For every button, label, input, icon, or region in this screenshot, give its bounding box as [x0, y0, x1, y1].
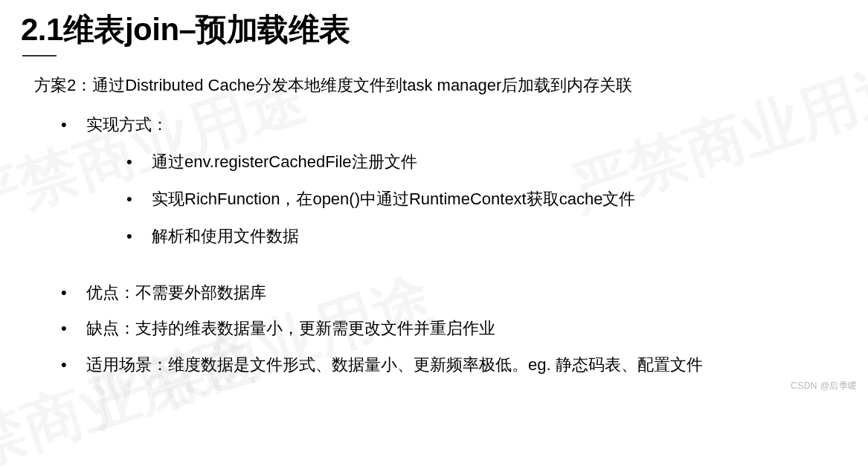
- list-item-pros: 优点：不需要外部数据库: [58, 280, 847, 305]
- list-item: 通过env.registerCachedFile注册文件: [123, 149, 847, 175]
- slide-title: 2.1维表join–预加载维表: [21, 9, 847, 51]
- list-item-scenario: 适用场景：维度数据是文件形式、数据量小、更新频率极低。eg. 静态码表、配置文件: [58, 352, 847, 378]
- bullet-list-secondary: 优点：不需要外部数据库 缺点：支持的维表数据量小，更新需更改文件并重启作业 适用…: [58, 280, 847, 377]
- impl-label: 实现方式：: [86, 115, 168, 134]
- attribution-text: CSDN @后季暖: [791, 380, 858, 392]
- bullet-list: 实现方式： 通过env.registerCachedFile注册文件 实现Ric…: [58, 112, 847, 249]
- list-item-implementation: 实现方式： 通过env.registerCachedFile注册文件 实现Ric…: [58, 112, 847, 249]
- list-item-cons: 缺点：支持的维表数据量小，更新需更改文件并重启作业: [58, 316, 847, 341]
- title-underline: [22, 55, 57, 56]
- list-item: 实现RichFunction，在open()中通过RuntimeContext获…: [123, 187, 847, 212]
- intro-paragraph: 方案2：通过Distributed Cache分发本地维度文件到task man…: [34, 73, 847, 97]
- slide-content: 严禁商业用途 严禁商业用途 严禁商业用途 严禁商业用途 2.1维表join–预加…: [0, 0, 868, 397]
- spacer: [21, 261, 847, 280]
- list-item: 解析和使用文件数据: [123, 224, 847, 249]
- impl-sublist: 通过env.registerCachedFile注册文件 实现RichFunct…: [123, 149, 847, 249]
